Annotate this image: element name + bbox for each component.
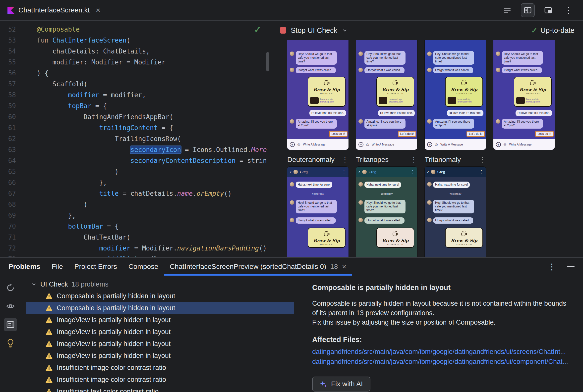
preview-phone[interactable]: Hey! Should we go to that cafe you menti… bbox=[425, 40, 486, 150]
preview-canvas[interactable]: Hey! Should we go to that cafe you menti… bbox=[271, 40, 583, 257]
coffee-photo bbox=[310, 97, 319, 104]
status-text: Up-to-date bbox=[540, 26, 574, 34]
editor-scrollbar[interactable] bbox=[266, 52, 269, 72]
lint-highlight-row: Let's do it! bbox=[427, 131, 485, 137]
split-view-button[interactable] bbox=[521, 3, 535, 17]
problem-row[interactable]: Insufficient image color contrast ratio bbox=[26, 362, 294, 374]
problems-group[interactable]: UI Check 18 problems bbox=[21, 278, 301, 290]
problem-text: ImageView is partially hidden in layout bbox=[57, 340, 170, 348]
stop-ui-check-button[interactable]: Stop UI Check bbox=[291, 26, 337, 34]
phone-screen: Hey! Should we go to that cafe you menti… bbox=[493, 40, 555, 150]
cafe-card: Brew & Sip COFFEE & CO bbox=[445, 228, 483, 248]
fix-with-ai-button[interactable]: Fix with AI bbox=[312, 376, 370, 392]
editor-code[interactable]: @Composablefun ChatInterfaceScreen( chat… bbox=[25, 24, 271, 257]
problem-row[interactable]: ImageView is partially hidden in layout bbox=[26, 326, 294, 338]
kebab-menu-icon[interactable]: ⋮ bbox=[479, 156, 486, 163]
problem-row[interactable]: ImageView is partially hidden in layout bbox=[26, 350, 294, 362]
preview-visibility-button[interactable] bbox=[4, 300, 17, 313]
warning-icon bbox=[45, 352, 53, 359]
kebab-menu-icon[interactable]: ⋮ bbox=[342, 156, 349, 163]
message-bubble: Haha, next time for sure! bbox=[433, 182, 470, 188]
warning-icon bbox=[45, 316, 53, 323]
editor-tab[interactable]: ChatInterfaceScreen.kt × bbox=[0, 0, 108, 20]
coffee-cup-icon bbox=[323, 80, 330, 86]
problem-row[interactable]: ImageView is partially hidden in layout bbox=[26, 314, 294, 326]
problems-tab[interactable]: File bbox=[52, 263, 63, 270]
code-editor[interactable]: 5253545556575859606162636465666768697071… bbox=[0, 21, 271, 257]
back-icon: ‹ bbox=[427, 170, 429, 174]
problem-row[interactable]: Insufficient image color contrast ratio bbox=[26, 374, 294, 386]
avatar bbox=[290, 119, 294, 124]
affected-file-link[interactable]: datingandfriends/src/main/java/com/ibm/g… bbox=[312, 357, 573, 367]
affected-file-link[interactable]: datingandfriends/src/main/java/com/ibm/g… bbox=[312, 347, 573, 357]
cafe-card-subtitle: COFFEE & CO bbox=[516, 92, 549, 94]
contact-name: Greg bbox=[437, 170, 445, 174]
avatar bbox=[427, 218, 432, 222]
coffee-photo bbox=[448, 97, 456, 104]
group-name: UI Check bbox=[40, 280, 68, 288]
date-divider: Yesterday bbox=[359, 192, 415, 195]
warning-icon bbox=[45, 364, 53, 371]
chat-app-bar: ‹ Greg ⋮ bbox=[425, 167, 486, 177]
problem-text: ImageView is partially hidden in layout bbox=[57, 316, 170, 324]
active-tab-label: ChatInterfaceScreenPreview (sortedChatDe… bbox=[170, 263, 326, 270]
problems-tabs: FileProject ErrorsCompose bbox=[52, 263, 158, 270]
add-icon: + bbox=[427, 142, 432, 147]
problems-tab[interactable]: Project Errors bbox=[74, 263, 117, 270]
cafe-card-footer: brew and sip brew&sip.com bbox=[379, 97, 412, 104]
ui-check-preview-pane: Stop UI Check ✓ Up-to-date bbox=[271, 21, 583, 257]
chat-message-received: Amazing, I'll see you there at 2pm? bbox=[290, 119, 346, 128]
lines-icon bbox=[503, 6, 511, 14]
warning-icon bbox=[45, 328, 53, 335]
message-bubble: I forgot what it was called... bbox=[433, 218, 473, 224]
problem-row[interactable]: Insufficient text color contrast ratio bbox=[26, 386, 294, 392]
quick-fix-button[interactable] bbox=[4, 336, 17, 350]
chevron-down-icon[interactable] bbox=[342, 27, 348, 33]
preview-phone[interactable]: Tritanopes ⋮ ‹ Greg ⋮ bbox=[356, 150, 417, 257]
detail-title: Composable is partially hidden in layout bbox=[312, 284, 573, 292]
tab-preview-active[interactable]: ChatInterfaceScreenPreview (sortedChatDe… bbox=[170, 258, 346, 276]
cafe-card-subtitle: COFFEE & CO bbox=[310, 92, 343, 94]
avatar bbox=[427, 182, 432, 186]
chat-message-sent: I'd love that! It's this one. bbox=[427, 110, 483, 116]
kebab-menu-icon[interactable]: ⋮ bbox=[410, 156, 417, 163]
preview-phone[interactable]: Hey! Should we go to that cafe you menti… bbox=[493, 40, 555, 150]
message-input-bar: + ☺ Write A Message bbox=[356, 139, 417, 150]
cafe-card: Brew & Sip COFFEE & CO brew and sip brew… bbox=[514, 76, 552, 107]
problem-text: Insufficient image color contrast ratio bbox=[57, 364, 166, 372]
details-view-button[interactable] bbox=[4, 318, 17, 331]
problem-row[interactable]: Composable is partially hidden in layout bbox=[26, 290, 294, 302]
tab-close-icon[interactable]: × bbox=[96, 6, 100, 14]
problem-row[interactable]: ImageView is partially hidden in layout bbox=[26, 338, 294, 350]
preview-phone[interactable]: Hey! Should we go to that cafe you menti… bbox=[287, 40, 349, 150]
tab-close-icon[interactable]: × bbox=[342, 263, 347, 270]
problem-row[interactable]: Composable is partially hidden in layout bbox=[26, 302, 294, 314]
message-bubble: Haha, next time for sure! bbox=[296, 182, 332, 188]
problem-text: ImageView is partially hidden in layout bbox=[57, 328, 170, 336]
problems-list: Composable is partially hidden in layout… bbox=[21, 290, 301, 392]
chat-message-received: Amazing, I'll see you there at 2pm? bbox=[359, 119, 415, 128]
refresh-icon bbox=[6, 284, 15, 292]
chat-message-sent: I'd love that! It's this one. bbox=[290, 110, 346, 116]
preview-view-button[interactable] bbox=[541, 3, 555, 17]
chat-message-received: Hey! Should we go to that cafe you menti… bbox=[290, 51, 346, 65]
cafe-card-subtitle: COFFEE & CO bbox=[310, 244, 343, 245]
message-bubble: I forgot what it was called... bbox=[296, 67, 336, 74]
code-view-button[interactable] bbox=[500, 3, 514, 17]
preview-phone[interactable]: Hey! Should we go to that cafe you menti… bbox=[356, 40, 417, 150]
stop-icon[interactable] bbox=[280, 27, 286, 34]
refresh-button[interactable] bbox=[4, 281, 17, 294]
minimize-icon[interactable] bbox=[567, 266, 574, 267]
problems-tab[interactable]: Compose bbox=[128, 263, 158, 270]
editor-more-button[interactable]: ⋮ bbox=[561, 3, 575, 17]
cafe-card-title: Brew & Sip bbox=[379, 238, 412, 243]
contact-name: Greg bbox=[300, 170, 308, 174]
preview-phone[interactable]: Deuteranomaly ⋮ ‹ Greg ⋮ bbox=[287, 150, 349, 257]
cafe-card-link: brew&sip.com bbox=[320, 100, 334, 103]
add-icon: + bbox=[496, 142, 501, 147]
message-input: Write A Message bbox=[372, 143, 394, 146]
panel-options-icon[interactable]: ⋮ bbox=[548, 262, 556, 271]
message-bubble: Amazing, I'll see you there at 2pm? bbox=[296, 119, 337, 128]
chat-message-received: Amazing, I'll see you there at 2pm? bbox=[427, 119, 483, 128]
preview-phone[interactable]: Tritanomaly ⋮ ‹ Greg ⋮ bbox=[425, 150, 486, 257]
